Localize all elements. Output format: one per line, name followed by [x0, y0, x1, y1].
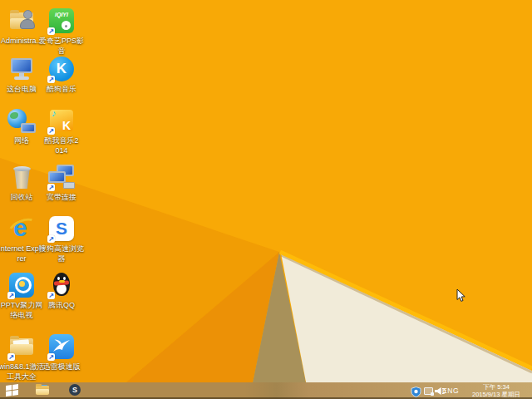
desktop: Administra... 这台电脑 网络 回收站 e Internet Exp…: [0, 0, 532, 399]
broadband-connection-icon: ↗: [47, 163, 76, 191]
shortcut-arrow-icon: ↗: [7, 353, 15, 361]
sogou-browser-icon: S ↗: [47, 214, 76, 243]
qq-penguin-icon: ↗: [47, 271, 76, 299]
clock-time: 下午 5:34: [465, 383, 528, 391]
icon-label: 搜狗高速浏览器: [37, 244, 86, 264]
network-tray-icon[interactable]: [423, 386, 434, 397]
icon-label: 爱奇艺PPS影音: [37, 37, 86, 56]
iqiyi-icon: iQIYI ↗: [47, 7, 76, 35]
security-shield-tray-icon[interactable]: [411, 386, 421, 397]
file-explorer-button[interactable]: [32, 382, 53, 397]
kuwo-icon: ♪K ↗: [47, 106, 76, 135]
folder-icon: ↗: [7, 332, 36, 361]
administrator-folder-icon: [7, 7, 36, 35]
icon-label: 迅雷极速版: [37, 362, 86, 372]
shortcut-arrow-icon: ↗: [47, 235, 55, 243]
shortcut-arrow-icon: ↗: [47, 76, 55, 83]
shortcut-arrow-icon: ↗: [47, 353, 55, 361]
sogou-icon: S: [69, 384, 81, 396]
desktop-icon-kuwo-music[interactable]: ♪K ↗ 酷我音乐2014: [37, 106, 86, 155]
shortcut-arrow-icon: ↗: [47, 184, 55, 191]
mouse-cursor: [456, 288, 466, 306]
kugou-icon: K ↗: [47, 55, 76, 83]
desktop-icon-kugou-music[interactable]: K ↗ 酷狗音乐: [37, 55, 86, 95]
sogou-browser-taskbar-button[interactable]: S: [65, 382, 86, 397]
clock-date: 2015/9/13 星期日: [465, 391, 528, 398]
taskbar: S ENG 下午 5:34 2015/9/13 星期日: [0, 382, 532, 399]
language-indicator[interactable]: ENG: [442, 387, 459, 395]
icon-label: 腾讯QQ: [37, 301, 86, 311]
desktop-icon-broadband-connection[interactable]: ↗ 宽带连接: [37, 163, 86, 203]
xunlei-bird-icon: ↗: [47, 332, 76, 361]
shortcut-arrow-icon: ↗: [47, 127, 55, 135]
taskbar-clock[interactable]: 下午 5:34 2015/9/13 星期日: [465, 383, 528, 398]
recycle-bin-icon: [7, 163, 36, 191]
desktop-icon-sogou-browser[interactable]: S ↗ 搜狗高速浏览器: [37, 214, 86, 264]
windows-logo-icon: [6, 384, 18, 397]
computer-icon: [7, 55, 36, 83]
network-globe-icon: [7, 106, 36, 135]
pptv-icon: ↗: [7, 271, 36, 299]
desktop-icon-tencent-qq[interactable]: ↗ 腾讯QQ: [37, 271, 86, 311]
shortcut-arrow-icon: ↗: [47, 27, 55, 35]
desktop-icon-iqiyi-pps[interactable]: iQIYI ↗ 爱奇艺PPS影音: [37, 7, 86, 56]
icon-label: 宽带连接: [37, 193, 86, 203]
shortcut-arrow-icon: ↗: [47, 292, 55, 299]
internet-explorer-icon: e: [7, 214, 36, 243]
icon-label: 酷我音乐2014: [43, 136, 80, 155]
start-button[interactable]: [2, 382, 23, 397]
shortcut-arrow-icon: ↗: [7, 292, 15, 299]
desktop-icon-xunlei[interactable]: ↗ 迅雷极速版: [37, 332, 86, 372]
icon-label: 酷狗音乐: [37, 85, 86, 95]
